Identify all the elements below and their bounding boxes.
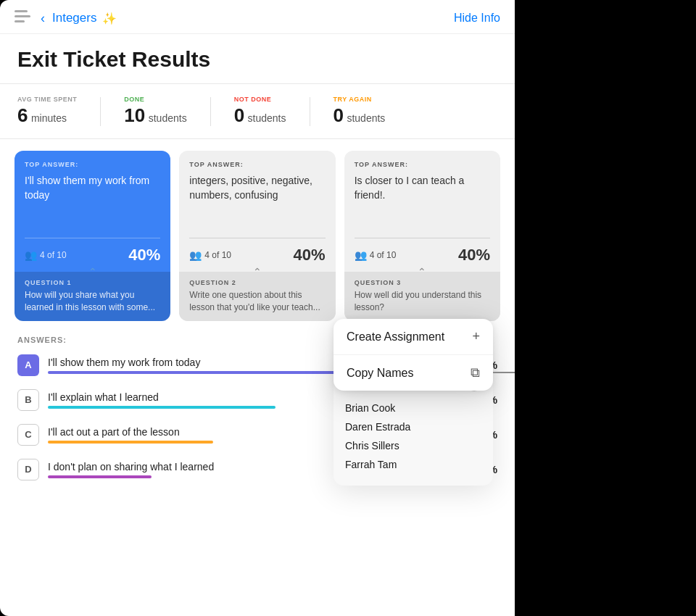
stat-divider-3 (310, 97, 310, 126)
page-title: Exit Ticket Results (0, 34, 515, 84)
sparkle-icon: ✨ (102, 12, 117, 25)
not-done-unit: students (248, 112, 286, 124)
card3-chevron-icon: ⌃ (418, 266, 426, 278)
right-panel (515, 0, 696, 616)
copy-names-item[interactable]: Copy Names ⧉ (334, 355, 493, 391)
card2-answer-text: integers, positive, negative, numbers, c… (189, 174, 325, 202)
avg-time-label: AVG TIME SPENT (17, 96, 77, 103)
answer-letter-c: C (17, 424, 39, 446)
card2-bottom: ⌃ QUESTION 2 Write one question about th… (179, 272, 335, 321)
stat-try-again: TRY AGAIN 0 students (334, 96, 386, 127)
popup-arrow (493, 372, 515, 373)
stats-row: AVG TIME SPENT 6 minutes DONE 10 student… (0, 84, 515, 139)
card1-count: 👥 4 of 10 (25, 249, 67, 261)
question-card-3[interactable]: TOP ANSWER: Is closer to I can teach a f… (344, 151, 500, 321)
card3-top-label: TOP ANSWER: (355, 161, 490, 168)
card2-chevron-icon: ⌃ (253, 266, 262, 278)
card1-percent: 40% (128, 246, 160, 265)
try-again-value: 0 (334, 104, 344, 126)
card1-question-label: QUESTION 1 (25, 279, 160, 286)
answer-bar-b (48, 406, 276, 409)
stat-divider-1 (100, 97, 101, 126)
top-nav: ‹ Integers ✨ Hide Info (0, 0, 515, 34)
student-name-2: Daren Estrada (345, 417, 481, 436)
back-arrow-icon[interactable]: ‹ (41, 11, 45, 26)
copy-names-label: Copy Names (347, 367, 413, 380)
breadcrumb[interactable]: Integers (52, 11, 96, 25)
card2-top-label: TOP ANSWER: (189, 161, 325, 168)
popup-menu: Create Assignment + Copy Names ⧉ (334, 319, 493, 391)
answer-letter-b: B (17, 389, 39, 411)
hide-info-button[interactable]: Hide Info (454, 12, 500, 25)
done-label: DONE (124, 96, 186, 103)
done-value: 10 (124, 104, 145, 126)
student-name-1: Brian Cook (345, 399, 481, 417)
try-again-unit: students (347, 112, 385, 124)
card3-percent: 40% (458, 246, 490, 265)
answer-bar-a (48, 371, 358, 374)
answer-letter-d: D (17, 459, 39, 480)
card3-question-text: How well did you understand this lesson? (355, 289, 490, 314)
question-card-1[interactable]: TOP ANSWER: I'll show them my work from … (14, 151, 170, 321)
create-assignment-item[interactable]: Create Assignment + (334, 319, 493, 355)
student-list: Brian Cook Daren Estrada Chris Sillers F… (345, 399, 481, 474)
student-name-3: Chris Sillers (345, 436, 481, 455)
answer-letter-a: A (17, 354, 39, 376)
stat-not-done: NOT DONE 0 students (234, 96, 286, 127)
card3-bottom: ⌃ QUESTION 3 How well did you understand… (344, 272, 500, 321)
card1-answer-text: I'll show them my work from today (25, 174, 160, 202)
avg-time-unit: minutes (31, 112, 67, 124)
student-name-4: Farrah Tam (345, 455, 481, 474)
answer-bar-d (48, 475, 152, 478)
card1-bottom: ⌃ QUESTION 1 How will you share what you… (14, 272, 170, 321)
cards-row: TOP ANSWER: I'll show them my work from … (0, 139, 515, 321)
create-assignment-label: Create Assignment (347, 330, 444, 344)
card3-count: 👥 4 of 10 (355, 249, 397, 261)
card1-top-label: TOP ANSWER: (25, 161, 160, 168)
card1-question-text: How will you share what you learned in t… (25, 289, 160, 314)
stat-divider-2 (210, 97, 211, 126)
answer-bar-c (48, 441, 213, 444)
card3-answer-text: Is closer to I can teach a friend!. (355, 174, 490, 202)
card2-percent: 40% (294, 246, 326, 265)
card3-question-label: QUESTION 3 (355, 279, 490, 286)
card1-chevron-icon: ⌃ (88, 266, 97, 278)
sidebar-toggle[interactable] (14, 10, 35, 26)
done-unit: students (149, 112, 187, 124)
not-done-label: NOT DONE (234, 96, 286, 103)
card2-count: 👥 4 of 10 (189, 249, 231, 261)
card2-question-text: Write one question about this lesson tha… (189, 289, 325, 314)
create-assignment-icon: + (472, 329, 480, 344)
question-card-2[interactable]: TOP ANSWER: integers, positive, negative… (179, 151, 335, 321)
try-again-label: TRY AGAIN (334, 96, 386, 103)
card2-question-label: QUESTION 2 (189, 279, 325, 286)
avg-time-value: 6 (17, 104, 28, 126)
stat-avg-time: AVG TIME SPENT 6 minutes (17, 96, 77, 127)
not-done-value: 0 (234, 104, 244, 126)
stat-done: DONE 10 students (124, 96, 186, 127)
copy-names-icon: ⧉ (471, 365, 480, 380)
